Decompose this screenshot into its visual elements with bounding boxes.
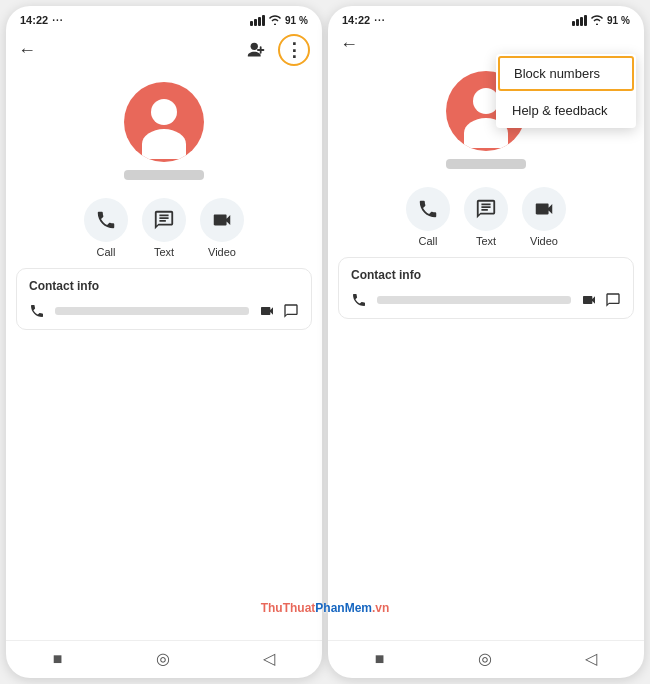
text-icon-circle-right <box>464 187 508 231</box>
dots-right: ··· <box>374 15 385 26</box>
text-label-left: Text <box>154 246 174 258</box>
phone-left: 14:22 ··· 91 % <box>6 6 322 678</box>
bottom-nav-right: ■ ◎ ◁ <box>328 640 644 678</box>
video-label-right: Video <box>530 235 558 247</box>
more-button-left[interactable]: ⋮ <box>278 34 310 66</box>
call-button-left[interactable]: Call <box>84 198 128 258</box>
contact-info-title-left: Contact info <box>29 279 299 293</box>
battery-left: 91 <box>285 15 296 26</box>
message-row-icon-left[interactable] <box>283 303 299 319</box>
dots-left: ··· <box>52 15 63 26</box>
contact-number-left <box>55 307 249 315</box>
video-icon-right <box>533 198 555 220</box>
text-button-right[interactable]: Text <box>464 187 508 247</box>
contact-info-title-right: Contact info <box>351 268 621 282</box>
phone-row-icon-left <box>29 303 45 319</box>
phone-right: 14:22 ··· 91 % <box>328 6 644 678</box>
video-row-icon-right[interactable] <box>581 292 597 308</box>
contact-number-right <box>377 296 571 304</box>
contact-row-left <box>29 303 299 319</box>
avatar-body <box>142 129 186 159</box>
contact-info-card-left: Contact info <box>16 268 312 330</box>
battery-right: 91 <box>607 15 618 26</box>
call-button-right[interactable]: Call <box>406 187 450 247</box>
contact-row-action-icons-left <box>259 303 299 319</box>
avatar-person-left <box>142 85 186 159</box>
time-right: 14:22 <box>342 14 370 26</box>
message-row-icon-right[interactable] <box>605 292 621 308</box>
add-contact-icon[interactable] <box>246 39 268 61</box>
call-icon-right <box>417 198 439 220</box>
avatar-head <box>151 99 177 125</box>
status-bar-left: 14:22 ··· 91 % <box>6 6 322 30</box>
signal-icon-right <box>572 15 587 26</box>
block-numbers-item[interactable]: Block numbers <box>498 56 634 91</box>
wifi-icon <box>268 15 282 25</box>
toolbar-right-group: ⋮ <box>246 34 310 66</box>
contact-row-action-icons-right <box>581 292 621 308</box>
nav-triangle-left[interactable]: ◁ <box>263 649 275 668</box>
toolbar-left-group-right: ← <box>340 34 358 55</box>
status-right-left: 91 % <box>250 15 308 26</box>
nav-circle-right[interactable]: ◎ <box>478 649 492 668</box>
action-buttons-left: Call Text Video <box>6 188 322 268</box>
call-icon <box>95 209 117 231</box>
contact-name-left <box>124 170 204 180</box>
video-label-left: Video <box>208 246 236 258</box>
back-button-left[interactable]: ← <box>18 40 36 61</box>
avatar-section-left <box>6 72 322 188</box>
time-left: 14:22 <box>20 14 48 26</box>
phone-row-icon-right <box>351 292 367 308</box>
status-left-right: 14:22 ··· <box>342 14 385 26</box>
status-bar-right: 14:22 ··· 91 % <box>328 6 644 30</box>
video-icon-circle-right <box>522 187 566 231</box>
video-row-icon-left[interactable] <box>259 303 275 319</box>
contact-row-right <box>351 292 621 308</box>
status-right-right: 91 % <box>572 15 630 26</box>
text-button-left[interactable]: Text <box>142 198 186 258</box>
toolbar-left: ← ⋮ <box>6 30 322 72</box>
call-label-left: Call <box>97 246 116 258</box>
dropdown-menu: Block numbers Help & feedback <box>496 54 636 128</box>
call-icon-circle <box>84 198 128 242</box>
text-icon-right <box>475 198 497 220</box>
text-label-right: Text <box>476 235 496 247</box>
battery-icon-left: % <box>299 15 308 26</box>
help-feedback-item[interactable]: Help & feedback <box>496 93 636 128</box>
nav-square-left[interactable]: ■ <box>53 650 63 668</box>
back-button-right[interactable]: ← <box>340 34 358 55</box>
nav-circle-left[interactable]: ◎ <box>156 649 170 668</box>
toolbar-left-group: ← <box>18 40 36 61</box>
nav-triangle-right[interactable]: ◁ <box>585 649 597 668</box>
wifi-icon-right <box>590 15 604 25</box>
contact-info-card-right: Contact info <box>338 257 634 319</box>
video-icon-circle <box>200 198 244 242</box>
call-label-right: Call <box>419 235 438 247</box>
video-button-left[interactable]: Video <box>200 198 244 258</box>
nav-square-right[interactable]: ■ <box>375 650 385 668</box>
battery-icon-right: % <box>621 15 630 26</box>
call-icon-circle-right <box>406 187 450 231</box>
text-icon-circle <box>142 198 186 242</box>
main-container: 14:22 ··· 91 % <box>0 0 650 684</box>
contact-name-right <box>446 159 526 169</box>
bottom-nav-left: ■ ◎ ◁ <box>6 640 322 678</box>
signal-icon <box>250 15 265 26</box>
text-icon <box>153 209 175 231</box>
svg-point-0 <box>251 43 258 50</box>
avatar-left <box>124 82 204 162</box>
video-icon <box>211 209 233 231</box>
video-button-right[interactable]: Video <box>522 187 566 247</box>
status-left: 14:22 ··· <box>20 14 63 26</box>
more-dots-left: ⋮ <box>285 41 303 59</box>
action-buttons-right: Call Text Video <box>328 177 644 257</box>
